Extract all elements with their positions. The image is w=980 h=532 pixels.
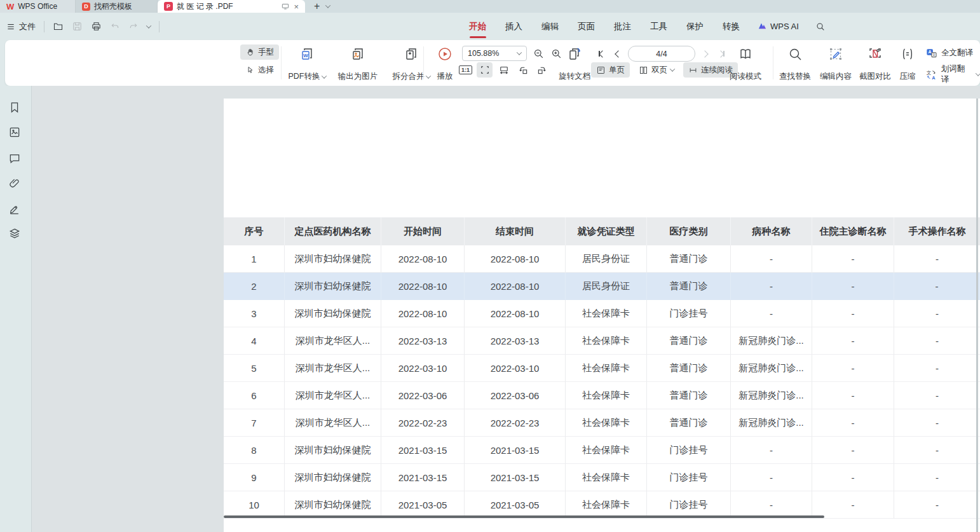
wps-ai-button[interactable]: WPS AI (758, 22, 799, 31)
play-button[interactable]: 播放 (428, 45, 461, 86)
cursor-icon (245, 65, 255, 75)
menu-tab-开始[interactable]: 开始 (469, 21, 486, 32)
table-cell: 1 (224, 245, 285, 273)
edit-content-icon (828, 46, 843, 62)
table-cell: - (731, 464, 812, 491)
tab-document-pdf[interactable]: P 就 医 记 录 .PDF × (158, 0, 305, 13)
file-menu-button[interactable]: 文件 (6, 21, 36, 32)
table-cell: - (894, 491, 980, 519)
rotate-left-button[interactable] (515, 62, 531, 78)
actual-size-button[interactable]: 1:1 (458, 62, 473, 78)
export-image-label: 输出为图片 (338, 71, 378, 82)
file-menu-label: 文件 (19, 21, 36, 32)
menu-tab-插入[interactable]: 插入 (505, 21, 522, 32)
menu-tab-编辑[interactable]: 编辑 (541, 21, 559, 32)
redo-icon[interactable] (128, 22, 139, 32)
table-cell: 2021-03-15 (381, 437, 465, 464)
table-cell: 2022-03-13 (465, 327, 566, 355)
table-cell: 门诊挂号 (647, 464, 731, 491)
pdf-convert-button[interactable]: W PDF转换 (283, 45, 330, 86)
new-tab-button[interactable]: + (314, 1, 320, 11)
save-icon[interactable] (72, 21, 83, 32)
comments-icon[interactable] (8, 152, 21, 165)
previous-page-icon[interactable] (611, 47, 625, 61)
find-replace-button[interactable]: 查找替换 (775, 45, 815, 86)
double-page-label: 双页 (651, 65, 667, 76)
table-row: 3深圳市妇幼保健院2022-08-102022-08-10社会保障卡门诊挂号--… (224, 300, 980, 327)
layers-icon[interactable] (8, 227, 21, 240)
table-cell: 2022-08-10 (465, 273, 566, 300)
table-cell: 门诊挂号 (647, 300, 731, 327)
wps-ai-logo-icon (758, 22, 767, 31)
table-row: 2深圳市妇幼保健院2022-08-102022-08-10居民身份证普通门诊--… (224, 273, 980, 300)
double-page-button[interactable]: 双页 (634, 62, 679, 78)
read-mode-button[interactable]: 阅读模式 (726, 45, 765, 86)
table-cell: - (812, 245, 894, 273)
screenshot-compare-button[interactable]: 截图对比 (855, 45, 895, 86)
compress-button[interactable]: 压缩 (894, 45, 922, 86)
fit-width-button[interactable] (496, 62, 512, 78)
rotate-document-button[interactable]: 旋转文档 (553, 45, 596, 86)
open-file-icon[interactable] (53, 21, 64, 32)
edit-content-label: 编辑内容 (820, 71, 852, 82)
continuous-read-icon (688, 65, 698, 75)
table-cell: 2021-03-15 (381, 464, 465, 491)
bookmarks-icon[interactable] (8, 101, 21, 114)
menu-tab-转换[interactable]: 转换 (723, 21, 740, 32)
split-merge-label: 拆分合并 (393, 71, 425, 82)
close-tab-icon[interactable]: × (294, 3, 299, 11)
send-to-device-icon[interactable] (281, 2, 290, 11)
zoom-out-icon[interactable] (533, 48, 545, 60)
table-header-row: 序号定点医药机构名称开始时间结束时间就诊凭证类型医疗类别病种名称住院主诊断名称手… (224, 217, 980, 245)
undo-history-chevron-icon[interactable] (146, 23, 151, 28)
full-translate-button[interactable]: A 文 全文翻译 (925, 47, 973, 59)
thumbnails-icon[interactable] (8, 126, 21, 139)
edit-content-button[interactable]: 编辑内容 (816, 45, 855, 86)
select-tool-button[interactable]: 选择 (240, 62, 279, 78)
table-cell: - (812, 382, 894, 409)
undo-icon[interactable] (110, 22, 120, 32)
tab-label: WPS Office (18, 2, 57, 11)
word-translate-label: 划词翻译 (941, 64, 972, 85)
hand-icon (245, 48, 255, 57)
tab-wps-office[interactable]: W WPS Office (0, 0, 76, 13)
zoom-level-select[interactable]: 105.88% (462, 46, 527, 61)
table-cell: 普通门诊 (647, 409, 731, 437)
column-header: 序号 (224, 217, 285, 245)
attachments-icon[interactable] (8, 177, 21, 189)
fit-page-icon (479, 64, 491, 76)
signature-icon[interactable] (8, 202, 21, 215)
word-translate-button[interactable]: 文 A 划词翻译 (925, 64, 980, 85)
page-indicator: 4/4 (656, 50, 667, 58)
table-cell: 居民身份证 (566, 273, 647, 300)
table-cell: 2021-03-05 (465, 491, 566, 519)
table-cell: 2022-08-10 (381, 300, 465, 327)
menu-tab-页面[interactable]: 页面 (578, 21, 595, 32)
tab-docer-templates[interactable]: D 找稻壳模板 (76, 0, 158, 13)
print-icon[interactable] (91, 21, 102, 32)
export-image-button[interactable]: 输出为图片 (332, 45, 384, 86)
page-number-input[interactable]: 4/4 (628, 46, 695, 62)
horizontal-scrollbar[interactable] (224, 515, 824, 518)
next-page-icon[interactable] (698, 47, 712, 61)
table-cell: 2022-08-10 (381, 273, 465, 300)
menu-tab-工具[interactable]: 工具 (650, 21, 667, 32)
menu-tab-批注[interactable]: 批注 (614, 21, 631, 32)
find-replace-label: 查找替换 (779, 71, 811, 82)
table-cell: - (894, 382, 980, 409)
divider (159, 21, 160, 32)
rotate-right-icon (536, 64, 548, 76)
table-cell: 社会保障卡 (566, 437, 647, 464)
fit-page-button[interactable] (477, 62, 493, 78)
ribbon-toolbar: 手型 选择 W PDF转换 输出为图片 (5, 40, 980, 86)
hand-tool-button[interactable]: 手型 (240, 44, 279, 60)
tab-list-chevron-icon[interactable] (325, 3, 330, 8)
table-cell: - (894, 273, 980, 300)
first-page-icon[interactable] (595, 47, 609, 61)
search-icon[interactable] (815, 22, 826, 32)
rotate-right-button[interactable] (534, 62, 550, 78)
table-cell: - (894, 300, 980, 327)
menu-tab-保护[interactable]: 保护 (686, 21, 704, 32)
single-page-button[interactable]: 单页 (591, 62, 630, 78)
vertical-scrollbar[interactable] (976, 99, 978, 532)
